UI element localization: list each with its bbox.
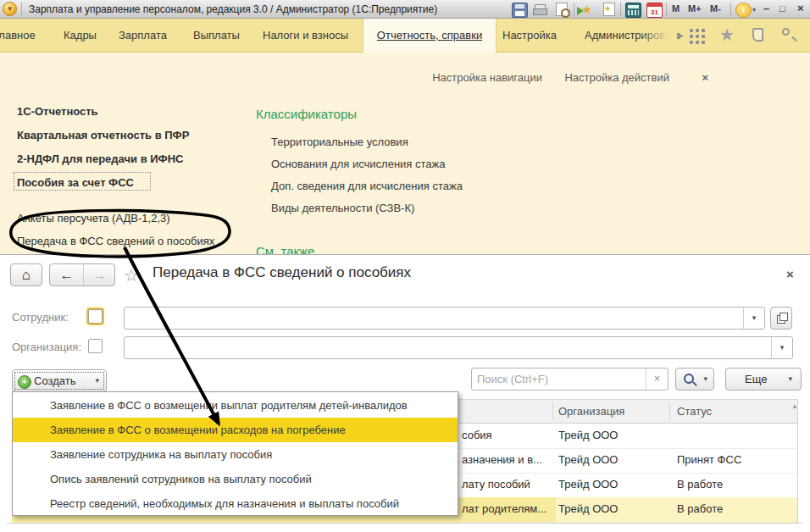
employee-open-button[interactable]: [770, 307, 792, 330]
home-button[interactable]: ⌂: [10, 263, 42, 286]
tab-overflow-arrow-icon[interactable]: ▶: [677, 30, 684, 40]
info-dropdown-icon[interactable]: ▾: [752, 6, 756, 14]
print-preview-icon[interactable]: [556, 3, 568, 16]
orb-chevron-icon: ▾: [8, 4, 12, 13]
more-button-label: Еще: [745, 369, 767, 390]
calculator-icon[interactable]: [625, 3, 641, 18]
save-icon[interactable]: [512, 3, 528, 18]
organization-label: Организация:: [12, 341, 81, 353]
employee-dropdown-icon[interactable]: ▾: [743, 308, 764, 329]
close-button[interactable]: ×: [797, 2, 804, 14]
link-osnovaniya-ischisleniya-stazha[interactable]: Основания для исчисления стажа: [271, 158, 445, 170]
search-icon[interactable]: [782, 28, 790, 36]
dialog-close-icon[interactable]: ×: [786, 267, 794, 281]
create-dropdown-menu: Заявление в ФСС о возмещении выплат роди…: [12, 391, 458, 516]
print-icon[interactable]: [533, 3, 547, 16]
cell-status: Принят ФСС: [677, 448, 741, 472]
favorites-star-icon[interactable]: ★: [719, 26, 735, 43]
cell-organization: Трейд ООО: [558, 448, 618, 472]
organization-field[interactable]: ▾: [124, 336, 793, 359]
link-nav-settings[interactable]: Настройка навигации: [432, 71, 542, 84]
plus-icon: +: [18, 375, 31, 389]
memory-m-button[interactable]: M: [672, 3, 680, 14]
memory-m-plus-button[interactable]: M+: [688, 3, 702, 14]
link-vidy-deyatelnosti-szvk[interactable]: Виды деятельности (СЗВ-К): [271, 202, 414, 214]
column-divider[interactable]: [552, 402, 553, 421]
window-title: Зарплата и управление персоналом, редакц…: [29, 3, 437, 15]
tab-nalogi-i-vznosy[interactable]: Налоги и взносы: [249, 19, 362, 53]
vertical-scrollbar[interactable]: [797, 399, 798, 523]
history-icon[interactable]: [752, 28, 763, 42]
screen: ▾ Зарплата и управление персоналом, реда…: [0, 0, 810, 532]
link-territorialnye-usloviya[interactable]: Территориальные условия: [271, 136, 408, 148]
section-tabbar: Главное Кадры Зарплата Выплаты Налоги и …: [0, 19, 810, 53]
nav-item-1c-otchetnost[interactable]: 1С-Отчетность: [17, 105, 98, 118]
tab-glavnoe[interactable]: Главное: [0, 19, 49, 53]
info-icon[interactable]: i: [735, 3, 752, 18]
history-nav-buttons: ← →: [49, 263, 115, 286]
search-button[interactable]: ▾: [675, 368, 714, 391]
search-box: ×: [471, 368, 669, 391]
calendar-icon[interactable]: 31: [646, 3, 663, 18]
organization-checkbox[interactable]: [88, 339, 103, 353]
maximize-button[interactable]: □: [779, 3, 785, 14]
nav-panel: Настройка навигации Настройка действий ×…: [0, 53, 810, 254]
employee-field[interactable]: ▾: [124, 307, 765, 330]
more-dropdown-icon: ▾: [788, 369, 792, 390]
create-button-label: Создать: [34, 370, 75, 391]
grid-menu-icon[interactable]: [690, 29, 693, 32]
tab-kadry[interactable]: Кадры: [50, 19, 110, 53]
main-menu-button[interactable]: ▾: [3, 2, 17, 16]
column-header-organization[interactable]: Организация: [558, 400, 624, 423]
nav-item-kvartalnaya-otchetnost-pfr[interactable]: Квартальная отчетность в ПФР: [17, 129, 189, 141]
search-input[interactable]: [472, 369, 657, 390]
nav-item-peredacha-v-fss[interactable]: Передача в ФСС сведений о пособиях: [17, 235, 214, 247]
divider: [21, 3, 22, 16]
table-bottom-border: [7, 523, 802, 524]
link-dop-svedeniya-stazha[interactable]: Доп. сведения для исчисления стажа: [271, 180, 463, 192]
link-action-settings[interactable]: Настройка действий: [564, 71, 669, 84]
tab-otchetnost-spravki[interactable]: Отчетность, справки: [363, 19, 497, 53]
cell-status: В работе: [677, 497, 723, 521]
divider: [666, 3, 667, 16]
memory-m-minus-button[interactable]: M-: [710, 3, 721, 14]
nav-item-2ndfl-ifns[interactable]: 2-НДФЛ для передачи в ИФНС: [17, 152, 183, 165]
tab-zarplata[interactable]: Зарплата: [105, 19, 180, 53]
divider: [574, 3, 574, 16]
minimize-button[interactable]: –: [763, 2, 769, 14]
favorites-page-icon[interactable]: ★: [603, 3, 615, 16]
menu-item-opis-zayavleniy[interactable]: Опись заявлений сотрудников на выплату п…: [13, 467, 458, 491]
window-titlebar: ▾ Зарплата и управление персоналом, реда…: [0, 0, 810, 19]
home-icon: ⌂: [22, 267, 31, 283]
menu-item-rashody-na-pogrebenie[interactable]: Заявление в ФСС о возмещении расходов на…: [13, 418, 458, 442]
nav-item-posobiya-za-schet-fss[interactable]: Пособия за счет ФСС: [17, 176, 134, 189]
cell-document: азначения и в...: [462, 448, 542, 472]
organization-dropdown-icon[interactable]: ▾: [771, 337, 792, 358]
menu-item-reestr-svedeniy[interactable]: Реестр сведений, необходимых для назначе…: [13, 491, 458, 516]
cell-organization: Трейд ООО: [558, 497, 618, 521]
cell-document: лат родителям...: [462, 497, 546, 521]
create-dropdown-icon: ▾: [95, 370, 99, 391]
column-header-status[interactable]: Статус: [677, 400, 712, 423]
column-divider[interactable]: [669, 402, 670, 421]
create-button[interactable]: + Создать ▾: [12, 369, 107, 392]
forward-button[interactable]: →: [83, 264, 116, 285]
employee-checkbox[interactable]: [88, 309, 103, 324]
add-favorite-icon[interactable]: ★: [580, 3, 594, 16]
panel-close-icon[interactable]: ×: [702, 71, 708, 84]
search-clear-icon[interactable]: ×: [646, 369, 668, 390]
divider: [620, 3, 621, 16]
back-button[interactable]: ←: [50, 264, 84, 285]
more-button[interactable]: Еще ▾: [725, 368, 802, 391]
favorite-star-icon[interactable]: ☆: [124, 265, 139, 285]
nav-item-ankety-persucheta[interactable]: Анкеты персучета (АДВ-1,2,3): [17, 212, 170, 224]
tab-vyplaty[interactable]: Выплаты: [180, 19, 253, 53]
scroll-up-icon[interactable]: ▲: [791, 402, 798, 410]
menu-item-vyplaty-roditelyam-detey-invalidov[interactable]: Заявление в ФСС о возмещении выплат роди…: [13, 393, 458, 418]
cell-organization: Трейд ООО: [558, 473, 618, 496]
menu-item-zayavlenie-sotrudnika[interactable]: Заявление сотрудника на выплату пособия: [13, 442, 458, 467]
cell-document: собия: [462, 424, 492, 447]
tab-nastroyka[interactable]: Настройка: [489, 19, 570, 53]
classifiers-header[interactable]: Классификаторы: [256, 107, 357, 121]
divider: [730, 3, 731, 16]
